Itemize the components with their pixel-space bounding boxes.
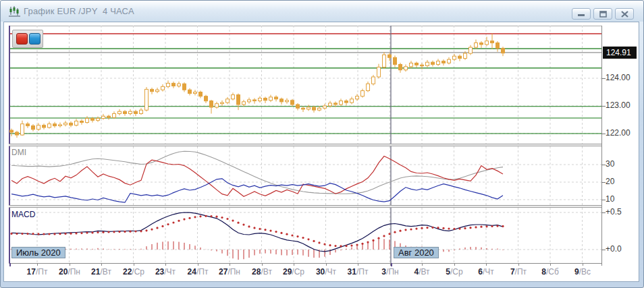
window-title: График EUR /JPY 4 ЧАСА	[24, 6, 134, 16]
x-axis-label: 3/Пн	[374, 267, 406, 277]
axis-tick	[134, 263, 134, 266]
month-boundary-tick	[391, 263, 392, 266]
x-axis-label: 30/Чт	[310, 267, 342, 277]
chart-window: График EUR /JPY 4 ЧАСА DMI MACD 124.91 И…	[0, 0, 644, 288]
window-controls	[572, 8, 634, 20]
axis-tick	[230, 263, 230, 266]
axis-tick	[454, 263, 455, 266]
close-button[interactable]	[615, 8, 634, 20]
dmi-label: DMI	[11, 148, 26, 157]
x-axis-label: 22/Ср	[117, 267, 150, 277]
x-axis-label: 5/Ср	[438, 267, 471, 277]
axis-tick	[550, 263, 551, 266]
axis-tick	[518, 263, 519, 266]
title-bar[interactable]: График EUR /JPY 4 ЧАСА	[1, 1, 643, 22]
axis-tick	[294, 263, 294, 266]
axis-value-label: 30	[606, 159, 638, 170]
price-chart-panel[interactable]	[9, 26, 601, 144]
axis-tick	[262, 263, 263, 266]
maximize-icon	[599, 11, 607, 18]
x-axis-label: 7/Пт	[502, 267, 535, 277]
axis-value-label: 123.00	[606, 100, 638, 111]
x-axis-label: 27/Пн	[213, 267, 246, 277]
month-boundary-tick	[9, 263, 11, 266]
axis-tick	[198, 263, 198, 266]
axis-tick	[326, 263, 327, 266]
axis-tick	[358, 263, 358, 266]
axis-tick	[101, 263, 102, 266]
x-axis-label: 24/Пт	[182, 267, 214, 277]
axis-tick	[165, 263, 166, 266]
plot-bottom-border	[9, 263, 601, 264]
x-axis-label: 8/Сб	[534, 267, 566, 277]
macd-label: MACD	[11, 210, 35, 219]
dmi-panel[interactable]	[9, 146, 601, 205]
x-axis-label: 31/Пт	[342, 267, 374, 277]
x-axis-label: 20/Пн	[53, 267, 86, 277]
macd-panel[interactable]	[9, 208, 601, 263]
month-badge-august: Авг 2020	[394, 247, 439, 258]
axis-value-label: 20	[606, 177, 638, 188]
month-badge-july: Июль 2020	[11, 247, 65, 258]
close-icon	[621, 11, 628, 18]
axis-value-label: +0.0	[606, 244, 638, 255]
axis-value-label: 124.00	[606, 73, 638, 84]
minimize-button[interactable]	[572, 8, 591, 20]
x-axis-label: 21/Вт	[85, 267, 117, 277]
axis-tick	[70, 263, 70, 266]
x-axis-label: 6/Чт	[470, 267, 502, 277]
axis-tick	[422, 263, 423, 266]
x-axis-label: 4/Вт	[406, 267, 438, 277]
axis-tick	[486, 263, 487, 266]
x-axis-label: 28/Вт	[246, 267, 278, 277]
current-price-badge: 124.91	[603, 47, 637, 59]
red-marker-button[interactable]	[16, 33, 28, 45]
axis-value-label: 122.00	[606, 128, 638, 139]
axis-value-label: +0.5	[606, 207, 638, 218]
axis-value-label: 10	[606, 194, 638, 205]
x-axis-label: 9/Вс	[566, 267, 599, 277]
axis-tick	[37, 263, 38, 266]
x-axis-label: 29/Ср	[277, 267, 310, 277]
chart-toolbar	[12, 30, 43, 48]
blue-marker-button[interactable]	[29, 33, 41, 45]
maximize-button[interactable]	[593, 8, 612, 20]
chart-icon	[9, 5, 21, 18]
axis-tick	[583, 263, 583, 266]
x-axis-label: 23/Чт	[149, 267, 182, 277]
x-axis-label: 17/Пт	[21, 267, 53, 277]
minimize-icon	[578, 11, 585, 17]
plot-right-border	[601, 26, 602, 266]
